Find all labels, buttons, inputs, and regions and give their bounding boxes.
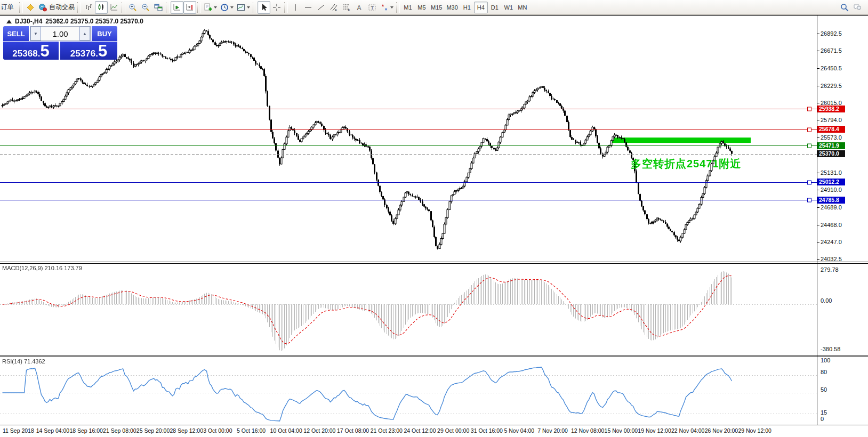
time-tick-label: 28 Sep 12:00 — [170, 427, 203, 434]
candlestick-chart-button[interactable] — [95, 1, 108, 14]
price-tick-label: 24247.0 — [821, 239, 842, 246]
price-tick-label: 25573.0 — [821, 134, 842, 141]
time-tick-label: 10 Oct 04:00 — [270, 427, 302, 434]
sell-button[interactable]: SELL — [3, 26, 29, 42]
toolbar-separator — [396, 2, 400, 13]
chart-shift-button[interactable] — [183, 1, 196, 14]
tab-h4[interactable]: H4 — [474, 2, 488, 13]
tile-windows-button[interactable] — [152, 1, 165, 14]
toolbar: 订单 自动交易 — [0, 0, 868, 15]
price-axis[interactable]: 26892.526671.526450.526229.526015.025794… — [817, 15, 868, 425]
new-order-button[interactable]: 订单 — [1, 1, 18, 14]
arrows-button[interactable] — [379, 1, 395, 14]
price-tick-label: 26671.5 — [821, 47, 842, 54]
tab-m30[interactable]: M30 — [444, 2, 460, 13]
metaeditor-button[interactable] — [24, 1, 37, 14]
rsi-axis-label: 100 — [821, 357, 830, 364]
tab-m5[interactable]: M5 — [415, 2, 429, 13]
add-indicator-button[interactable] — [202, 1, 219, 14]
vertical-line-button[interactable] — [289, 1, 302, 14]
time-tick-label: 21 Sep 08:00 — [103, 427, 136, 434]
equidistant-channel-button[interactable]: E — [327, 1, 340, 14]
volume-down-button[interactable]: ▼ — [30, 27, 41, 41]
macd-canvas[interactable] — [0, 264, 817, 355]
time-tick-label: 31 Oct 16:00 — [471, 427, 503, 434]
equidistant-channel-icon: E — [329, 3, 338, 12]
time-tick-label: 29 Nov 12:00 — [738, 427, 771, 434]
toolbar-separator — [284, 2, 288, 13]
buy-button[interactable]: BUY — [92, 26, 117, 42]
time-tick-label: 22 Nov 04:00 — [671, 427, 704, 434]
buy-price[interactable]: 25376.5 — [60, 42, 117, 60]
time-tick-label: 5 Oct 16:00 — [237, 427, 266, 434]
pane-separator[interactable] — [0, 355, 868, 357]
rsi-canvas[interactable] — [0, 358, 817, 425]
svg-text:A: A — [357, 4, 361, 11]
chart-top-border — [0, 15, 868, 16]
templates-button[interactable] — [235, 1, 252, 14]
toolbar-separator — [122, 2, 125, 13]
metaeditor-icon — [26, 3, 35, 12]
chart-text-annotation[interactable]: 多空转折点25471附近 — [631, 157, 742, 171]
macd-axis-label: -380.58 — [821, 346, 840, 353]
one-click-trade-panel: SELL ▼ 1.00 ▲ BUY 25368.5 25376.5 — [3, 26, 117, 60]
tab-d1[interactable]: D1 — [488, 2, 502, 13]
zoom-in-icon — [128, 3, 137, 12]
chevron-down-icon — [247, 6, 250, 9]
pane-separator[interactable] — [0, 262, 868, 264]
chart-shift-icon — [186, 3, 194, 12]
add-indicator-icon — [204, 3, 212, 12]
candlestick-chart-icon — [97, 3, 106, 12]
fibonacci-button[interactable]: F — [340, 1, 353, 14]
crosshair-button[interactable] — [270, 1, 283, 14]
auto-scroll-button[interactable] — [171, 1, 183, 14]
sell-price-big-digit: 5 — [40, 44, 49, 58]
zoom-in-button[interactable] — [126, 1, 139, 14]
tab-m15[interactable]: M15 — [429, 2, 444, 13]
horizontal-line-icon — [304, 3, 312, 12]
volume-field[interactable]: 1.00 — [41, 27, 79, 41]
arrows-icon — [380, 3, 389, 12]
zoom-out-button[interactable] — [139, 1, 152, 14]
text-label-icon: T — [368, 3, 376, 12]
volume-up-button[interactable]: ▲ — [79, 27, 90, 41]
fibonacci-icon: F — [342, 3, 351, 12]
periods-button[interactable] — [219, 1, 235, 14]
periods-icon — [220, 3, 229, 12]
search-button[interactable] — [838, 1, 851, 14]
time-tick-label: 11 Sep 2018 — [3, 427, 34, 434]
tab-m1[interactable]: M1 — [401, 2, 415, 13]
sell-price[interactable]: 25368.5 — [3, 42, 59, 60]
ohlc-values: 25362.0 25375.0 25357.0 25370.0 — [45, 18, 143, 25]
price-chart-canvas[interactable] — [0, 17, 817, 261]
line-chart-button[interactable] — [108, 1, 120, 14]
trendline-button[interactable] — [315, 1, 327, 14]
svg-text:F: F — [348, 9, 350, 12]
text-icon: A — [355, 3, 364, 12]
bar-chart-button[interactable] — [82, 1, 95, 14]
auto-trading-button[interactable]: 自动交易 — [37, 1, 76, 14]
chat-button[interactable] — [851, 1, 864, 14]
tab-w1[interactable]: W1 — [502, 2, 516, 13]
chat-icon — [853, 3, 862, 12]
text-label-button[interactable]: T — [366, 1, 379, 14]
price-tick-label: 24910.0 — [821, 187, 842, 193]
text-button[interactable]: A — [353, 1, 366, 14]
crosshair-icon — [272, 3, 281, 12]
rsi-axis-label: 50 — [821, 386, 827, 393]
zoom-out-icon — [141, 3, 150, 12]
price-line-tag: 25471.9 — [817, 142, 845, 149]
cursor-icon — [260, 3, 268, 12]
tab-mn[interactable]: MN — [516, 2, 529, 13]
price-line-tag: 25938.2 — [817, 106, 845, 112]
time-tick-label: 21 Oct 23:00 — [371, 427, 403, 434]
tab-h1[interactable]: H1 — [460, 2, 474, 13]
toolbar-separator — [253, 2, 256, 13]
time-tick-label: 18 Sep 16:00 — [69, 427, 102, 434]
time-axis[interactable]: 11 Sep 201814 Sep 04:0018 Sep 16:0021 Se… — [0, 425, 868, 437]
horizontal-line-button[interactable] — [302, 1, 315, 14]
cursor-button[interactable] — [258, 1, 270, 14]
rsi-axis-label: 80 — [821, 369, 827, 376]
price-tick-label: 25131.0 — [821, 169, 842, 176]
collapse-icon[interactable] — [6, 20, 12, 23]
